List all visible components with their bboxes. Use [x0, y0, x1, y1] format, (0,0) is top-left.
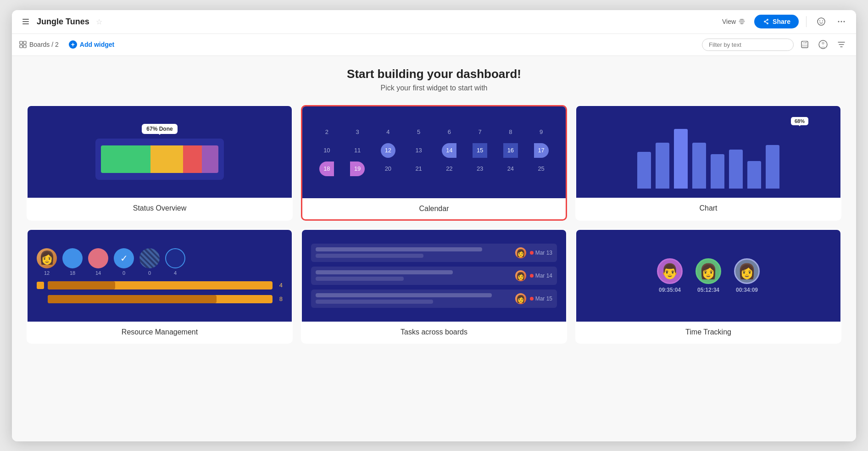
save-filter-icon-button[interactable]	[797, 37, 812, 52]
plus-circle-icon: +	[69, 40, 77, 49]
time-person-2: 👩 05:12:34	[696, 258, 721, 293]
dashboard-title: Start building your dashboard!	[27, 67, 841, 81]
cal-cell-13: 13	[412, 143, 426, 158]
time-avatars-row: 👨 09:35:04 👩 05:12:34	[657, 258, 760, 293]
cal-cell-20: 20	[381, 161, 395, 176]
avatar-group-5: 0	[139, 248, 160, 276]
widget-card-chart[interactable]: 68%	[575, 105, 841, 221]
chart-bar-8	[766, 145, 779, 189]
task-date-2: Mar 14	[530, 273, 552, 279]
resource-bar-row-1: 4	[37, 281, 283, 290]
svg-rect-20	[802, 45, 807, 47]
view-button[interactable]: View	[718, 16, 749, 27]
svg-point-23	[822, 42, 824, 45]
time-person-3: 👩 00:34:09	[734, 258, 760, 293]
top-bar-right: View Share	[718, 14, 849, 29]
cal-cell-15: 15	[473, 143, 487, 158]
chart-bar-2	[656, 143, 669, 189]
status-overview-label: Status Overview	[28, 198, 292, 219]
cal-cell-2: 2	[319, 125, 334, 139]
cal-cell-17: 17	[534, 143, 549, 158]
avatar-group-4: ✓ 0	[114, 248, 134, 276]
filter-input[interactable]	[702, 39, 794, 51]
chart-bar-3	[674, 129, 688, 189]
star-icon[interactable]: ☆	[96, 17, 102, 26]
svg-rect-1	[22, 21, 29, 22]
cal-cell-19: 19	[350, 161, 365, 176]
avatar-group-6: 4	[165, 248, 185, 276]
dashboard-subtitle: Pick your first widget to start with	[27, 84, 841, 92]
top-bar-left: Jungle Tunes ☆	[19, 15, 102, 28]
cal-cell-11: 11	[350, 143, 365, 158]
smiley-icon-button[interactable]	[814, 14, 829, 29]
filter-icon-button[interactable]	[834, 37, 849, 52]
chart-bar-4	[692, 143, 706, 189]
widget-card-time-tracking[interactable]: 👨 09:35:04 👩 05:12:34	[575, 229, 841, 344]
time-value-1: 09:35:04	[659, 287, 681, 293]
sidebar-toggle-button[interactable]	[19, 15, 32, 28]
cal-cell-25: 25	[534, 161, 549, 176]
more-options-icon-button[interactable]	[834, 14, 849, 29]
calendar-label: Calendar	[302, 198, 566, 219]
chart-bar-7	[747, 161, 761, 189]
task-row-2: Mar 14	[311, 267, 557, 285]
cal-cell-9: 9	[534, 125, 549, 139]
tasks-across-boards-preview: Mar 13 Mar 14	[302, 230, 566, 322]
widget-card-resource-management[interactable]: 👩 12 18 14	[27, 229, 293, 344]
widget-card-tasks-across-boards[interactable]: Mar 13 Mar 14	[301, 229, 567, 344]
chart-label: Chart	[576, 198, 840, 219]
user-profile-icon-button[interactable]	[816, 37, 830, 52]
svg-rect-16	[20, 45, 22, 48]
chart-bar-5	[711, 154, 724, 189]
top-bar: Jungle Tunes ☆ View Share	[12, 10, 856, 34]
time-avatar-1: 👨	[657, 258, 683, 284]
cal-cell-12-today: 12	[381, 143, 395, 158]
svg-point-9	[819, 21, 820, 22]
task-row-1: Mar 13	[311, 244, 557, 262]
svg-line-7	[765, 22, 768, 23]
share-label: Share	[773, 18, 790, 25]
calendar-preview: 2 3 4 5 6 7 8 9 10 11	[302, 106, 566, 198]
widget-card-calendar[interactable]: 2 3 4 5 6 7 8 9 10 11	[301, 105, 567, 221]
chart-bar-6	[729, 150, 743, 189]
svg-rect-0	[22, 19, 29, 20]
share-button[interactable]: Share	[754, 15, 799, 28]
svg-point-12	[841, 21, 842, 22]
svg-point-11	[838, 21, 840, 22]
resource-management-preview: 👩 12 18 14	[28, 230, 292, 322]
avatar-group-2: 18	[62, 248, 83, 276]
main-content: Start building your dashboard! Pick your…	[12, 56, 856, 441]
cal-cell-4: 4	[381, 125, 395, 139]
avatar-group-1: 👩 12	[37, 248, 57, 276]
chart-preview: 68%	[576, 106, 840, 198]
cal-cell-23: 23	[473, 161, 487, 176]
svg-rect-17	[23, 45, 26, 48]
time-tracking-preview: 👨 09:35:04 👩 05:12:34	[576, 230, 840, 322]
widget-grid: 67% Done Status Overview	[27, 105, 841, 344]
svg-point-10	[822, 21, 823, 22]
task-avatar-2	[515, 270, 526, 281]
time-value-3: 00:34:09	[736, 287, 758, 293]
divider	[806, 16, 807, 27]
chart-tooltip: 68%	[791, 117, 808, 125]
svg-line-6	[765, 20, 768, 22]
svg-rect-14	[20, 41, 22, 44]
task-row-3: Mar 15	[311, 290, 557, 308]
cal-cell-18: 18	[319, 161, 334, 176]
add-widget-button[interactable]: + Add widget	[64, 39, 119, 50]
time-avatar-3: 👩	[734, 258, 760, 284]
sub-bar: Boards / 2 + Add widget	[12, 34, 856, 56]
task-date-1: Mar 13	[530, 250, 552, 256]
dashboard-header: Start building your dashboard! Pick your…	[27, 67, 841, 92]
time-person-1: 👨 09:35:04	[657, 258, 683, 293]
svg-point-8	[818, 18, 825, 25]
resource-management-label: Resource Management	[28, 322, 292, 343]
cal-cell-21: 21	[412, 161, 426, 176]
cal-cell-14: 14	[442, 143, 456, 158]
app-title: Jungle Tunes	[37, 17, 89, 27]
cal-cell-24: 24	[503, 161, 518, 176]
cal-cell-22: 22	[442, 161, 456, 176]
cal-cell-5: 5	[412, 125, 426, 139]
widget-card-status-overview[interactable]: 67% Done Status Overview	[27, 105, 293, 221]
boards-link[interactable]: Boards / 2	[19, 41, 59, 48]
